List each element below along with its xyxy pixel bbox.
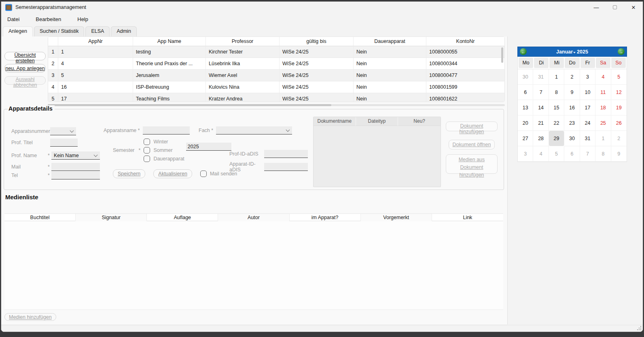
tab-elsa[interactable]: ELSA	[85, 26, 110, 36]
calendar-day[interactable]: 22	[549, 115, 564, 131]
month-year-label[interactable]: Januar2025	[529, 49, 616, 55]
medien-hinzufuegen-button[interactable]: Medien hinzufügen	[4, 313, 56, 321]
calendar-day[interactable]: 5	[611, 69, 627, 85]
calendar-day[interactable]: 8	[595, 146, 611, 162]
tel-input[interactable]	[51, 171, 100, 179]
calendar-day[interactable]: 30	[564, 131, 580, 146]
calendar-day[interactable]: 31	[533, 69, 549, 85]
app-table-header-professor[interactable]: Professor	[206, 37, 280, 46]
calendar-day[interactable]: 12	[611, 85, 627, 100]
medien-header-signatur[interactable]: Signatur	[76, 214, 147, 221]
calendar-day[interactable]: 3	[580, 69, 595, 85]
calendar-day[interactable]: 7	[580, 146, 595, 162]
table-row[interactable]: 5 17 Teaching Films Kratzer Andrea WiSe …	[48, 93, 504, 102]
app-table-header-appname[interactable]: App Name	[133, 37, 206, 46]
scrollbar-thumb[interactable]	[48, 104, 331, 106]
dokument-oeffnen-button[interactable]: Dokument öffnen	[449, 140, 495, 149]
doc-header-neu[interactable]: Neu?	[398, 117, 441, 126]
table-row[interactable]: 1 1 testing Kirchner Tester WiSe 24/25 N…	[48, 46, 504, 58]
calendar-day[interactable]: 16	[564, 100, 580, 115]
apparatsname-input[interactable]	[143, 126, 190, 134]
medien-aus-dokument-button[interactable]: Medien aus Dokument hinzufügen	[446, 154, 498, 174]
calendar-day[interactable]: 5	[549, 146, 564, 162]
mail-senden-checkbox[interactable]	[200, 171, 207, 177]
mail-input[interactable]	[51, 163, 100, 171]
prof-name-select[interactable]: Kein Name	[51, 151, 100, 160]
calendar-day[interactable]: 8	[549, 85, 564, 100]
auswahl-abbrechen-button[interactable]: Auswahl abbrechen	[4, 76, 46, 85]
medien-header-buchtitel[interactable]: Buchtitel	[4, 214, 76, 221]
menu-item-datei[interactable]: Datei	[7, 15, 26, 24]
calendar-day[interactable]: 27	[518, 131, 533, 146]
speichern-button[interactable]: Speichern	[113, 169, 145, 178]
vertical-scrollbar[interactable]	[501, 47, 503, 63]
winter-checkbox[interactable]	[144, 139, 150, 145]
app-table-header-appnr[interactable]: AppNr	[58, 37, 133, 46]
calendar-day[interactable]: 30	[518, 69, 533, 85]
sommer-checkbox[interactable]	[144, 147, 150, 154]
prof-titel-input[interactable]	[50, 139, 78, 147]
apparatsnummer-select[interactable]	[50, 127, 76, 135]
calendar-day[interactable]: 29	[549, 131, 564, 146]
menu-item-bearbeiten[interactable]: Bearbeiten	[36, 15, 68, 24]
table-row[interactable]: 4 16 ISP-Betreuung Kulovics Nina WiSe 24…	[48, 81, 504, 93]
tab-anlegen[interactable]: Anlegen	[3, 26, 33, 36]
calendar-day[interactable]: 1	[595, 131, 611, 146]
calendar-day[interactable]: 20	[518, 115, 533, 131]
fach-select[interactable]	[216, 126, 292, 134]
calendar-day[interactable]: 10	[580, 85, 595, 100]
menu-item-help[interactable]: Help	[77, 15, 95, 24]
doc-header-dateityp[interactable]: Dateityp	[356, 117, 398, 126]
calendar-day[interactable]: 23	[564, 115, 580, 131]
table-row[interactable]: 3 5 Jerusalem Wiemer Axel WiSe 24/25 Nei…	[48, 70, 504, 81]
calendar-day[interactable]: 2	[564, 69, 580, 85]
medien-header-link[interactable]: Link	[432, 214, 503, 221]
neu-app-anlegen-button[interactable]: neu. App anlegen	[4, 64, 46, 73]
maximize-button[interactable]	[606, 2, 624, 13]
calendar-day[interactable]: 11	[595, 85, 611, 100]
prof-id-input[interactable]	[264, 150, 308, 158]
close-button[interactable]: ✕	[624, 2, 643, 13]
minimize-button[interactable]: —	[587, 2, 606, 13]
apparat-id-input[interactable]	[264, 163, 308, 171]
calendar-day[interactable]: 6	[564, 146, 580, 162]
dokument-hinzufuegen-button[interactable]: Dokument hinzufügen	[446, 122, 498, 131]
calendar-day[interactable]: 9	[564, 85, 580, 100]
medien-header-im-apparat[interactable]: im Apparat?	[290, 214, 361, 221]
calendar-day[interactable]: 19	[611, 100, 627, 115]
horizontal-scrollbar[interactable]	[48, 104, 505, 106]
calendar-day[interactable]: 17	[580, 100, 595, 115]
calendar-day[interactable]: 3	[518, 146, 533, 162]
calendar-day[interactable]: 25	[595, 115, 611, 131]
calendar-day[interactable]: 26	[611, 115, 627, 131]
calendar-day[interactable]: 4	[595, 69, 611, 85]
tab-admin[interactable]: Admin	[111, 26, 136, 36]
calendar-day[interactable]: 28	[533, 131, 549, 146]
calendar-day[interactable]: 4	[533, 146, 549, 162]
resize-grip[interactable]	[640, 329, 641, 330]
calendar-day[interactable]: 14	[533, 100, 549, 115]
month-label[interactable]: Januar	[556, 49, 573, 55]
medien-header-vorgemerkt[interactable]: Vorgemerkt	[361, 214, 432, 221]
dauerapparat-checkbox[interactable]	[144, 156, 150, 162]
calendar-day[interactable]: 7	[533, 85, 549, 100]
calendar-day[interactable]: 2	[611, 131, 627, 146]
prev-month-button[interactable]: ←	[520, 48, 527, 55]
app-table-header-dauerapparat[interactable]: Dauerapparat	[354, 37, 426, 46]
tab-suchen-statistik[interactable]: Suchen / Statistik	[34, 26, 85, 36]
year-label[interactable]: 2025	[577, 49, 588, 55]
uebersicht-erstellen-button[interactable]: Übersicht erstellen	[4, 52, 46, 60]
app-table-header-kontonr[interactable]: KontoNr	[426, 37, 504, 46]
calendar-day[interactable]: 1	[549, 69, 564, 85]
table-row[interactable]: 2 4 Theorie und Praxis der ... Lüsebrink…	[48, 58, 504, 70]
aktualisieren-button[interactable]: Aktualisieren	[153, 169, 192, 178]
calendar-day[interactable]: 13	[518, 100, 533, 115]
calendar-day[interactable]: 24	[580, 115, 595, 131]
medien-header-autor[interactable]: Autor	[218, 214, 289, 221]
calendar-day[interactable]: 9	[611, 146, 627, 162]
calendar-day[interactable]: 15	[549, 100, 564, 115]
calendar-day[interactable]: 6	[518, 85, 533, 100]
year-input[interactable]	[186, 143, 231, 151]
next-month-button[interactable]: →	[618, 48, 625, 55]
calendar-day[interactable]: 21	[533, 115, 549, 131]
